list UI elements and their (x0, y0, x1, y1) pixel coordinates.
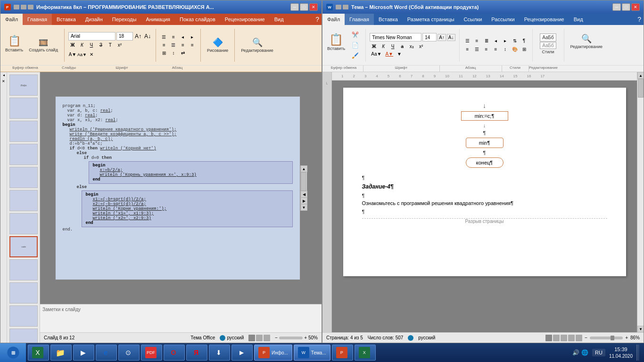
pp-menu-insert[interactable]: Вставка (52, 14, 81, 25)
pp-menu-transitions[interactable]: Переходы (107, 14, 141, 25)
pp-panel-collapse[interactable]: ◂ (3, 73, 5, 77)
word-scrollbar-v[interactable]: ▲ ▼ (637, 72, 644, 332)
word-sub-btn[interactable]: x₂ (407, 42, 416, 50)
word-minimize-btn[interactable]: ─ (612, 3, 621, 11)
taskbar-opera[interactable]: O (164, 345, 185, 361)
tray-icon-1[interactable]: 🔊 (572, 349, 579, 356)
word-view-2[interactable] (553, 335, 560, 341)
taskbar-word[interactable]: W Тема... (294, 345, 330, 361)
word-borders-btn[interactable]: ⊞ (520, 46, 528, 53)
word-scroll-thumb[interactable] (638, 79, 644, 98)
taskbar-xls2[interactable]: X (355, 345, 376, 361)
show-desktop-btn[interactable] (636, 345, 639, 361)
word-maximize-btn[interactable]: □ (622, 3, 630, 11)
word-menu-file[interactable]: Файл (322, 14, 345, 25)
pp-maximize-btn[interactable]: □ (300, 3, 308, 11)
word-doc-area[interactable]: ↓ min:=c;¶ ↓ ¶ min¶ ¶ конец¶ ¶ (332, 81, 637, 332)
slide-thumb-4[interactable]: 4 (9, 144, 37, 165)
word-zoom-out-btn[interactable]: − (585, 335, 587, 340)
pp-scrollbar-v[interactable]: ▲ ◀ ▶ ▼ (300, 165, 307, 211)
word-zoom-in-btn[interactable]: + (625, 335, 628, 340)
word-view-4[interactable] (568, 335, 575, 341)
word-linespace-btn[interactable]: ↕ (501, 46, 510, 53)
taskbar-ie[interactable]: e (96, 345, 117, 361)
taskbar-folder[interactable]: 📁 (50, 345, 72, 361)
word-italic-btn[interactable]: К (379, 42, 388, 50)
word-strike-btn[interactable]: a (398, 42, 406, 50)
pp-col-btn[interactable]: ⊞ (160, 49, 168, 57)
word-paste-btn[interactable]: 📋 Вставить (325, 32, 347, 58)
word-menu-insert[interactable]: Вставка (374, 14, 403, 25)
pp-notes-area[interactable]: Заметки к слайду (40, 304, 322, 332)
word-scroll-track[interactable] (637, 79, 644, 326)
pp-paste-btn[interactable]: 📋 Вставить (3, 33, 25, 57)
slide-thumb-7[interactable]: 7 (9, 213, 37, 234)
pp-minimize-btn[interactable]: ─ (290, 3, 299, 11)
word-font-color-btn[interactable]: А▼ (384, 51, 395, 57)
taskbar-yb[interactable]: ▶ (231, 345, 253, 361)
pp-indent-dec-btn[interactable]: ◂ (179, 33, 187, 41)
slide-thumb-10[interactable]: 10 (9, 282, 37, 304)
slide-thumb-2[interactable]: 2 (9, 98, 37, 119)
word-align-right-btn[interactable]: ≡ (482, 46, 491, 53)
word-view-5[interactable] (576, 335, 582, 341)
pp-align-center-btn[interactable]: ☰ (169, 41, 178, 49)
taskbar-download[interactable]: ⬇ (209, 345, 230, 361)
pp-close-btn[interactable]: ✕ (309, 3, 318, 11)
word-view-1[interactable] (545, 335, 552, 341)
word-fmt-painter-btn[interactable]: 🖌️ (348, 51, 362, 60)
pp-menu-review[interactable]: Рецензирование (220, 14, 270, 25)
word-menu-view[interactable]: Вид (569, 14, 588, 25)
taskbar-lang[interactable]: RU (592, 349, 605, 356)
pp-indent-inc-btn[interactable]: ▸ (188, 33, 197, 41)
pp-menu-animation[interactable]: Анимация (141, 14, 175, 25)
pp-scroll-thumb[interactable] (301, 172, 306, 191)
word-indent-dec-btn[interactable]: ◂ (492, 37, 500, 45)
word-scroll-down[interactable]: ▼ (637, 326, 644, 332)
pp-justify-btn[interactable]: ≡ (188, 41, 197, 49)
pp-font-color-btn[interactable]: A▼ (68, 51, 77, 58)
pp-slides-panel[interactable]: 1 Инфо 2 3 4 5 (7, 72, 40, 343)
word-editing-btn[interactable]: 🔍 Редактирование (568, 32, 605, 58)
word-cut-btn[interactable]: ✂️ (348, 30, 362, 40)
word-zoom-handle[interactable] (611, 336, 614, 340)
pp-drawing-btn[interactable]: 🔷 Рисование (205, 36, 231, 54)
word-font-name-input[interactable] (370, 33, 421, 41)
quick-redo[interactable] (28, 5, 33, 9)
pp-numlist-btn[interactable]: ≡ (169, 33, 178, 41)
pp-list-btn[interactable]: ☰ (160, 33, 168, 41)
pp-bold-btn[interactable]: Ж (68, 41, 77, 49)
word-copy-btn[interactable]: 📄 (348, 41, 362, 50)
pp-font-name-input[interactable] (68, 32, 116, 41)
quick-undo[interactable] (21, 5, 26, 9)
start-button[interactable]: ⊞ (0, 343, 26, 362)
word-bullets-btn[interactable]: ☰ (463, 37, 472, 45)
pp-help-btn[interactable]: ? (315, 16, 319, 23)
word-grow-btn[interactable]: A↑ (438, 34, 446, 41)
word-shrink-btn[interactable]: A↓ (447, 34, 455, 41)
pp-scroll-track[interactable] (301, 172, 307, 191)
pp-zoom-slider[interactable] (279, 337, 303, 339)
word-font-size-input[interactable] (422, 33, 437, 41)
pp-linespace-btn[interactable]: ↕ (169, 49, 178, 57)
pp-font-size-input[interactable] (116, 32, 133, 41)
word-align-center-btn[interactable]: ☰ (473, 46, 481, 53)
word-menu-layout[interactable]: Разметка страницы (403, 14, 459, 25)
word-menu-mailings[interactable]: Рассылки (487, 14, 519, 25)
slide-thumb-11[interactable]: 11 (9, 305, 37, 327)
word-numbers-btn[interactable]: ≡ (473, 37, 481, 45)
word-view-3[interactable] (561, 335, 567, 341)
pp-font-shrink-btn[interactable]: A↓ (143, 33, 152, 40)
word-bold-btn[interactable]: Ж (370, 42, 378, 50)
taskbar-ppt2[interactable]: P (332, 345, 353, 361)
word-menu-refs[interactable]: Ссылки (459, 14, 487, 25)
word-quick-undo[interactable] (343, 5, 348, 9)
pp-menu-slideshow[interactable]: Показ слайдов (175, 14, 220, 25)
pp-shadow-btn[interactable]: Т (106, 41, 115, 49)
word-case-btn[interactable]: Аа▼ (370, 51, 383, 57)
word-pilcrow-btn[interactable]: ¶ (520, 37, 528, 45)
pp-underline-btn[interactable]: Ч (87, 41, 96, 49)
word-highlight-btn[interactable]: ▼ (396, 51, 403, 57)
pp-strikethrough-btn[interactable]: З (97, 41, 105, 49)
word-indent-inc-btn[interactable]: ▸ (501, 37, 510, 45)
